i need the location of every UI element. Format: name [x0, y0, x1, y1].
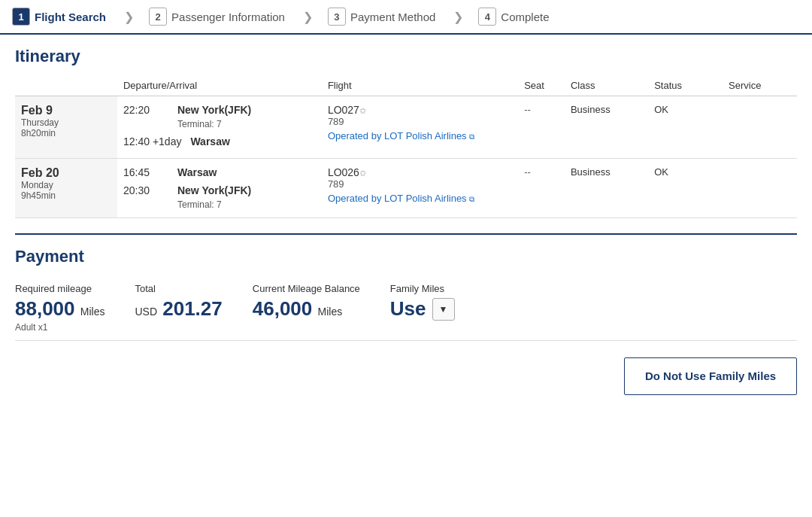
- step-num-2: 2: [149, 8, 167, 26]
- col-header-date: [15, 75, 117, 96]
- total-currency: USD: [135, 306, 157, 318]
- operated-link-2[interactable]: Operated by LOT Polish Airlines ⧉: [328, 193, 474, 204]
- current-balance-unit: Miles: [318, 306, 343, 318]
- current-balance-col: Current Mileage Balance 46,000 Miles: [253, 283, 360, 321]
- nav-step-1[interactable]: 1 Flight Search: [12, 8, 106, 26]
- required-mileage-value: 88,000 Miles: [15, 297, 105, 321]
- flight-date-1: Feb 9 Thursday 8h20min: [15, 96, 117, 159]
- family-miles-row: Use ▼: [390, 297, 455, 321]
- dep-city-1: New York(JFK): [177, 104, 251, 116]
- payment-title: Payment: [15, 247, 797, 266]
- flight-seat-1: --: [518, 96, 565, 159]
- flight-service-1: [723, 96, 797, 159]
- flight-depart-2: 16:45 Warsaw 20:30 New York(JFK) Termina…: [117, 159, 322, 218]
- total-label: Total: [135, 283, 222, 294]
- dep-terminal-1: Terminal: 7: [177, 119, 316, 129]
- family-miles-dropdown[interactable]: ▼: [432, 298, 455, 321]
- do-not-use-family-miles-button[interactable]: Do Not Use Family Miles: [624, 357, 797, 395]
- nav-arrow-2: ❯: [303, 10, 313, 24]
- flight-num-1: LO027✩: [328, 104, 512, 116]
- adult-info: Adult x1: [15, 322, 105, 333]
- family-miles-col: Family Miles Use ▼: [390, 283, 455, 321]
- step-label-2: Passenger Information: [171, 11, 285, 23]
- family-miles-label: Family Miles: [390, 283, 455, 294]
- step-label-4: Complete: [501, 11, 549, 23]
- date-duration-1: 8h20min: [21, 128, 111, 138]
- action-row: Do Not Use Family Miles: [15, 350, 797, 403]
- required-mileage-label: Required mileage: [15, 283, 105, 294]
- external-icon-1: ⧉: [469, 132, 474, 141]
- required-mileage-col: Required mileage 88,000 Miles Adult x1: [15, 283, 105, 333]
- step-label-3: Payment Method: [350, 11, 435, 23]
- flight-class-1: Business: [565, 96, 648, 159]
- nav-arrow-3: ❯: [453, 10, 463, 24]
- dep-time-2: 16:45: [123, 166, 168, 178]
- step-num-1: 1: [12, 8, 30, 26]
- step-label-1: Flight Search: [35, 11, 106, 23]
- flight-plane-2: 789: [328, 178, 512, 190]
- arr-time-2: 20:30: [123, 184, 168, 196]
- dep-time-1: 22:20: [123, 104, 168, 116]
- nav-step-3[interactable]: 3 Payment Method: [328, 8, 435, 26]
- col-header-service: Service: [723, 75, 797, 96]
- date-main-1: Feb 9: [21, 104, 111, 117]
- col-header-departure: Departure/Arrival: [117, 75, 322, 96]
- family-miles-use: Use: [390, 297, 426, 321]
- section-divider: [15, 233, 797, 235]
- star-icon-2: ✩: [359, 169, 366, 178]
- flight-plane-1: 789: [328, 116, 512, 127]
- current-balance-value: 46,000 Miles: [253, 297, 360, 321]
- flight-class-2: Business: [565, 159, 648, 218]
- operated-link-1[interactable]: Operated by LOT Polish Airlines ⧉: [328, 130, 474, 141]
- step-num-4: 4: [478, 8, 496, 26]
- flight-status-1: OK: [648, 96, 723, 159]
- flight-seat-2: --: [518, 159, 565, 218]
- arr-terminal-2: Terminal: 7: [177, 199, 316, 210]
- col-header-class: Class: [565, 75, 648, 96]
- col-header-status: Status: [648, 75, 723, 96]
- main-content: Itinerary Departure/Arrival Flight Seat …: [0, 35, 812, 430]
- itinerary-table: Departure/Arrival Flight Seat Class Stat…: [15, 75, 797, 218]
- arr-city-2: New York(JFK): [177, 184, 251, 196]
- total-value: USD 201.27: [135, 297, 222, 321]
- flight-depart-1: 22:20 New York(JFK) Terminal: 7 12:40 +1…: [117, 96, 322, 159]
- table-row: Feb 9 Thursday 8h20min 22:20 New York(JF…: [15, 96, 797, 159]
- nav-arrow-1: ❯: [124, 10, 134, 24]
- step-num-3: 3: [328, 8, 346, 26]
- table-row: Feb 20 Monday 9h45min 16:45 Warsaw 20:30…: [15, 159, 797, 218]
- date-day-2: Monday: [21, 180, 111, 190]
- nav-step-4[interactable]: 4 Complete: [478, 8, 549, 26]
- star-icon-1: ✩: [359, 106, 366, 115]
- total-col: Total USD 201.27: [135, 283, 222, 321]
- current-balance-label: Current Mileage Balance: [253, 283, 360, 294]
- arr-city-1: Warsaw: [190, 135, 229, 147]
- col-header-seat: Seat: [518, 75, 565, 96]
- required-mileage-unit: Miles: [80, 306, 105, 318]
- flight-num-2: LO026✩: [328, 166, 512, 178]
- arr-time-1: 12:40 +1day: [123, 135, 181, 147]
- date-duration-2: 9h45min: [21, 190, 111, 201]
- nav-step-2[interactable]: 2 Passenger Information: [149, 8, 285, 26]
- dep-city-2: Warsaw: [177, 166, 217, 178]
- payment-section: Payment Required mileage 88,000 Miles Ad…: [15, 247, 797, 418]
- flight-info-1: LO027✩ 789 Operated by LOT Polish Airlin…: [322, 96, 518, 159]
- external-icon-2: ⧉: [469, 195, 474, 203]
- top-nav: 1 Flight Search ❯ 2 Passenger Informatio…: [0, 0, 812, 35]
- payment-details-row: Required mileage 88,000 Miles Adult x1 T…: [15, 275, 797, 341]
- col-header-flight: Flight: [322, 75, 518, 96]
- date-day-1: Thursday: [21, 117, 111, 128]
- flight-date-2: Feb 20 Monday 9h45min: [15, 159, 117, 218]
- itinerary-section: Itinerary Departure/Arrival Flight Seat …: [15, 47, 797, 218]
- flight-info-2: LO026✩ 789 Operated by LOT Polish Airlin…: [322, 159, 518, 218]
- date-main-2: Feb 20: [21, 166, 111, 180]
- flight-status-2: OK: [648, 159, 723, 218]
- itinerary-title: Itinerary: [15, 47, 797, 66]
- flight-service-2: [723, 159, 797, 218]
